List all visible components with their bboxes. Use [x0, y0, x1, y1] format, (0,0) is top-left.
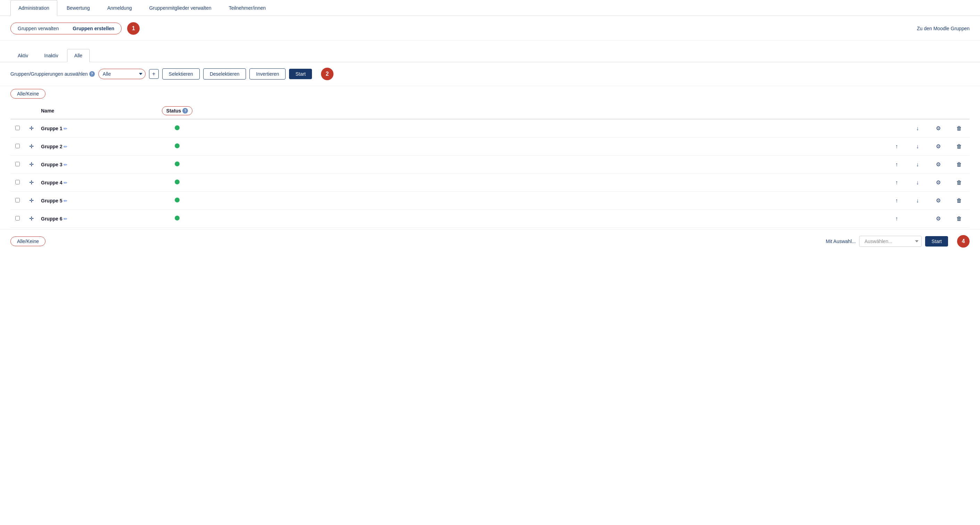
table-header-row: Name Status ? [10, 103, 970, 119]
drag-handle[interactable]: ✛ [24, 155, 38, 174]
gruppen-erstellen-button[interactable]: Gruppen erstellen [66, 23, 121, 34]
edit-icon[interactable]: ✏ [64, 180, 67, 186]
settings-button[interactable]: ⚙ [934, 142, 942, 151]
delete-cell: 🗑 [949, 192, 970, 210]
filter-tab-inaktiv[interactable]: Inaktiv [37, 49, 65, 62]
selection-label: Gruppen/Gruppierungen auswählen ? [10, 71, 95, 77]
row-checkbox[interactable] [15, 180, 20, 184]
drag-handle[interactable]: ✛ [24, 192, 38, 210]
row-spacer [212, 192, 886, 210]
bottom-right: Mit Auswahl... Auswählen... Start 4 [826, 235, 970, 247]
move-down-cell: ↓ [907, 138, 928, 155]
tab-gruppenmitglieder[interactable]: Gruppenmitglieder verwalten [141, 0, 219, 16]
settings-button[interactable]: ⚙ [934, 124, 942, 133]
drag-icon: ✛ [29, 216, 34, 222]
settings-cell: ⚙ [928, 192, 949, 210]
status-help-icon[interactable]: ? [182, 108, 188, 114]
row-checkbox[interactable] [15, 216, 20, 220]
delete-button[interactable]: 🗑 [955, 196, 963, 205]
settings-button[interactable]: ⚙ [934, 214, 942, 223]
move-up-button[interactable]: ↑ [894, 178, 899, 187]
filter-tab-alle[interactable]: Alle [67, 49, 90, 62]
row-status [142, 210, 212, 228]
mit-auswahl-label: Mit Auswahl... [826, 238, 856, 244]
groups-table-wrap: Name Status ? ✛Gruppe 1✏↓⚙🗑✛Gruppe 2✏↑↓⚙… [0, 103, 980, 228]
row-checkbox[interactable] [15, 126, 20, 130]
move-up-button[interactable]: ↑ [894, 160, 899, 169]
delete-button[interactable]: 🗑 [955, 160, 963, 169]
status-dot [175, 162, 180, 166]
edit-icon[interactable]: ✏ [64, 162, 67, 167]
selection-start-button[interactable]: Start [289, 69, 312, 79]
selection-help-icon[interactable]: ? [89, 71, 95, 77]
col-name-header: Name [38, 103, 142, 119]
gruppen-verwalten-button[interactable]: Gruppen verwalten [11, 23, 66, 34]
drag-handle[interactable]: ✛ [24, 119, 38, 138]
move-down-button[interactable]: ↓ [915, 196, 920, 205]
filter-tab-aktiv[interactable]: Aktiv [10, 49, 35, 62]
row-spacer [212, 210, 886, 228]
settings-cell: ⚙ [928, 174, 949, 192]
row-checkbox[interactable] [15, 198, 20, 202]
delete-cell: 🗑 [949, 174, 970, 192]
bottom-bar: Alle/Keine Mit Auswahl... Auswählen... S… [0, 229, 980, 253]
row-name: Gruppe 4✏ [38, 174, 142, 192]
move-down-button[interactable]: ↓ [915, 160, 920, 169]
row-status [142, 192, 212, 210]
deselektieren-button[interactable]: Deselektieren [203, 68, 246, 79]
move-down-button[interactable]: ↓ [915, 178, 920, 187]
move-up-button[interactable]: ↑ [894, 142, 899, 151]
alle-keine-button[interactable]: Alle/Keine [10, 89, 46, 98]
settings-button[interactable]: ⚙ [934, 160, 942, 169]
delete-cell: 🗑 [949, 155, 970, 174]
bottom-alle-keine-button[interactable]: Alle/Keine [10, 236, 46, 246]
row-checkbox[interactable] [15, 162, 20, 166]
row-name: Gruppe 5✏ [38, 192, 142, 210]
gruppe-select[interactable]: Alle Gruppen Gruppierungen [98, 69, 146, 79]
add-button[interactable]: + [149, 69, 159, 79]
col-delete-header [949, 103, 970, 119]
edit-icon[interactable]: ✏ [64, 216, 67, 222]
invertieren-button[interactable]: Invertieren [250, 68, 286, 79]
tab-administration[interactable]: Administration [10, 0, 57, 16]
edit-icon[interactable]: ✏ [64, 198, 67, 203]
row-status [142, 174, 212, 192]
drag-handle[interactable]: ✛ [24, 210, 38, 228]
top-tabs: Administration Bewertung Anmeldung Grupp… [0, 0, 980, 16]
selektieren-button[interactable]: Selektieren [162, 68, 200, 79]
settings-cell: ⚙ [928, 155, 949, 174]
group-name: Gruppe 3 [41, 162, 62, 167]
row-checkbox[interactable] [15, 144, 20, 148]
delete-cell: 🗑 [949, 138, 970, 155]
col-settings-header [928, 103, 949, 119]
row-name: Gruppe 2✏ [38, 138, 142, 155]
moodle-gruppen-link[interactable]: Zu den Moodle Gruppen [917, 26, 970, 31]
tab-teilnehmer[interactable]: Teilnehmer/innen [221, 0, 274, 16]
drag-handle[interactable]: ✛ [24, 174, 38, 192]
move-down-button[interactable]: ↓ [915, 142, 920, 151]
bottom-start-button[interactable]: Start [925, 236, 948, 246]
move-up-button[interactable]: ↑ [894, 196, 899, 205]
move-down-cell: ↓ [907, 155, 928, 174]
move-up-cell: ↑ [886, 138, 907, 155]
col-drag [24, 103, 38, 119]
delete-button[interactable]: 🗑 [955, 142, 963, 151]
move-up-button[interactable]: ↑ [894, 214, 899, 223]
drag-handle[interactable]: ✛ [24, 138, 38, 155]
tab-anmeldung[interactable]: Anmeldung [99, 0, 140, 16]
auswahl-select[interactable]: Auswählen... [859, 236, 922, 247]
col-check [10, 103, 24, 119]
move-up-cell: ↑ [886, 210, 907, 228]
edit-icon[interactable]: ✏ [64, 144, 67, 149]
delete-button[interactable]: 🗑 [955, 214, 963, 223]
edit-icon[interactable]: ✏ [64, 126, 67, 131]
alle-dropdown-wrap: Alle Gruppen Gruppierungen [98, 69, 146, 79]
move-down-button[interactable]: ↓ [915, 124, 920, 133]
delete-button[interactable]: 🗑 [955, 178, 963, 187]
settings-button[interactable]: ⚙ [934, 196, 942, 205]
delete-button[interactable]: 🗑 [955, 124, 963, 133]
status-dot [175, 198, 180, 202]
row-spacer [212, 174, 886, 192]
settings-button[interactable]: ⚙ [934, 178, 942, 187]
tab-bewertung[interactable]: Bewertung [59, 0, 98, 16]
